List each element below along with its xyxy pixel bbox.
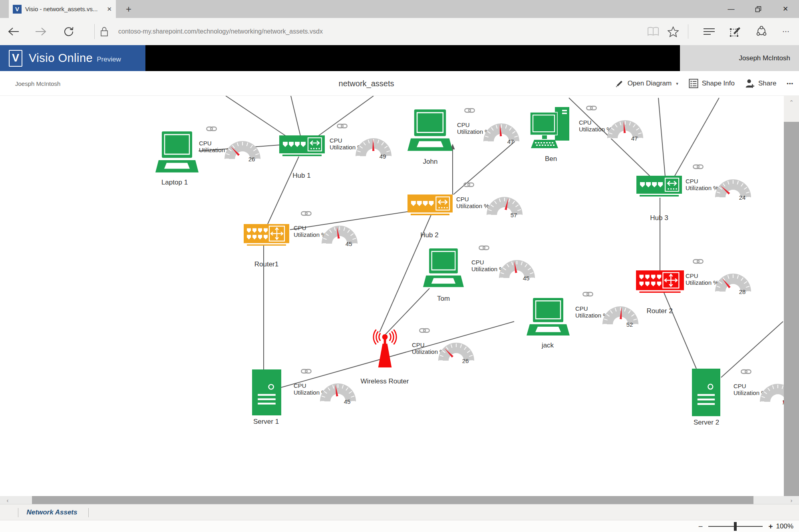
connector <box>226 96 286 136</box>
zoom-slider-thumb[interactable] <box>734 522 737 531</box>
reading-view-button[interactable] <box>644 18 662 45</box>
window-close-button[interactable]: ✕ <box>773 0 798 18</box>
browser-address-bar: contoso-my.sharepoint.com/technology/net… <box>0 18 799 45</box>
tom-cpu-gauge <box>498 255 536 280</box>
addressbar-divider <box>94 24 95 39</box>
hub-button[interactable] <box>700 18 718 45</box>
router-2-cpu-gauge <box>714 268 752 293</box>
scroll-right-icon[interactable]: › <box>784 496 799 504</box>
horizontal-scrollbar-thumb[interactable] <box>32 496 753 504</box>
zoom-out-button[interactable]: − <box>698 522 703 531</box>
wireless-router-cpu-value: 26 <box>462 357 469 364</box>
horizontal-scrollbar[interactable]: ‹ › <box>0 496 799 504</box>
router-1-shape[interactable] <box>244 224 289 246</box>
zoom-slider[interactable] <box>708 526 763 527</box>
lock-icon-glyph <box>100 26 109 37</box>
ben-hyperlink-icon[interactable] <box>586 105 597 111</box>
router-1-hyperlink-icon[interactable] <box>301 210 312 216</box>
page-tab-divider <box>88 508 89 517</box>
toolbar-more-button[interactable]: ••• <box>787 81 793 87</box>
status-bar: − + 100% <box>0 520 799 532</box>
router-2-hyperlink-icon[interactable] <box>693 258 704 264</box>
forward-button[interactable] <box>32 18 50 45</box>
hub-3-cpu-value: 24 <box>739 194 746 201</box>
router-2-shape[interactable] <box>636 270 684 293</box>
tom-hyperlink-icon[interactable] <box>479 245 489 251</box>
vertical-scrollbar[interactable]: ⌃ <box>784 96 799 496</box>
refresh-button[interactable] <box>60 18 78 45</box>
jack-shape[interactable] <box>527 298 570 336</box>
page-tab-divider <box>18 508 18 517</box>
reading-view-icon <box>647 27 659 36</box>
tab-close-icon[interactable]: ✕ <box>107 6 112 13</box>
browser-tab-bar: V Visio - network_assets.vs... ✕ + — ✕ <box>0 0 799 18</box>
window-restore-button[interactable] <box>746 0 771 18</box>
browser-more-button[interactable]: ⋯ <box>777 18 795 45</box>
wireless-router-hyperlink-icon[interactable] <box>419 328 430 333</box>
hub-1-hyperlink-icon[interactable] <box>337 123 348 129</box>
laptop-1-hyperlink-icon[interactable] <box>206 126 217 132</box>
hub-1-shape[interactable] <box>279 135 325 156</box>
toolbar-user-label: Joesph McIntosh <box>15 71 60 96</box>
server-1-label: Server 1 <box>253 418 279 426</box>
router-1-cpu-value: 45 <box>346 240 352 247</box>
hub-lines-icon <box>703 27 715 36</box>
john-hyperlink-icon[interactable] <box>464 107 475 113</box>
visio-brand-area: V Visio Online Preview <box>0 45 145 71</box>
connector <box>318 96 374 136</box>
refresh-icon <box>63 26 74 37</box>
window-minimize-button[interactable]: — <box>719 0 743 18</box>
server-2-hyperlink-icon[interactable] <box>741 369 751 375</box>
hub-3-shape[interactable] <box>636 176 682 197</box>
laptop-1-shape[interactable] <box>155 131 199 173</box>
web-note-button[interactable] <box>726 18 744 45</box>
diagram-canvas[interactable]: Laptop 1CPUUtilization %26Hub 1CPUUtiliz… <box>0 96 784 496</box>
laptop-1-cpu-gauge <box>224 136 262 161</box>
vertical-scrollbar-thumb[interactable] <box>784 122 799 496</box>
browser-tab[interactable]: V Visio - network_assets.vs... ✕ <box>9 0 116 18</box>
john-cpu-gauge <box>483 118 521 143</box>
connector <box>268 157 299 224</box>
router-2-label: Router 2 <box>646 307 672 315</box>
scroll-left-icon[interactable]: ‹ <box>0 496 15 504</box>
zoom-in-button[interactable]: + <box>768 522 773 531</box>
hub-2-shape[interactable] <box>407 195 453 215</box>
ben-shape[interactable] <box>530 107 573 150</box>
tom-shape[interactable] <box>423 248 464 288</box>
hub-2-cpu-gauge <box>486 192 524 216</box>
wireless-router-shape[interactable] <box>368 328 401 369</box>
restore-icon <box>755 6 761 12</box>
jack-cpu-value: 52 <box>626 321 633 328</box>
product-name: Visio Online <box>29 52 93 65</box>
scroll-up-icon[interactable]: ⌃ <box>784 97 799 107</box>
back-button[interactable] <box>5 18 22 45</box>
signed-in-user[interactable]: Joseph McIntosh <box>680 45 799 71</box>
ben-label: Ben <box>545 155 557 163</box>
share-button[interactable] <box>753 18 770 45</box>
favorites-star-button[interactable] <box>664 18 682 45</box>
hub-3-hyperlink-icon[interactable] <box>693 164 704 170</box>
star-icon <box>668 26 679 37</box>
server-1-hyperlink-icon[interactable] <box>301 368 312 374</box>
john-shape[interactable] <box>407 109 453 152</box>
jack-hyperlink-icon[interactable] <box>582 291 593 297</box>
url-text[interactable]: contoso-my.sharepoint.com/technology/net… <box>118 18 323 45</box>
share-icon <box>756 26 767 37</box>
hub-3-label: Hub 3 <box>650 214 668 222</box>
tom-label: Tom <box>437 295 450 303</box>
server-2-shape[interactable] <box>692 369 720 416</box>
hub-2-hyperlink-icon[interactable] <box>463 182 474 188</box>
connector <box>658 98 665 177</box>
open-diagram-button[interactable]: Open Diagram ▾ <box>615 79 678 88</box>
new-tab-button[interactable]: + <box>120 0 137 18</box>
server-1-shape[interactable] <box>252 369 281 415</box>
page-tab-network-assets[interactable]: Network Assets <box>27 504 78 520</box>
hub-2-cpu-value: 57 <box>511 212 517 218</box>
page-tab-bar: Network Assets <box>0 504 799 520</box>
share-diagram-button[interactable]: Share <box>745 79 776 88</box>
hub-2-cpu-label: CPUUtilization % <box>456 196 489 209</box>
web-note-icon <box>729 26 741 37</box>
shape-info-button[interactable]: Shape Info <box>689 79 735 88</box>
visio-header: V Visio Online Preview Joseph McIntosh <box>0 45 799 71</box>
router-1-cpu-gauge <box>321 220 359 245</box>
